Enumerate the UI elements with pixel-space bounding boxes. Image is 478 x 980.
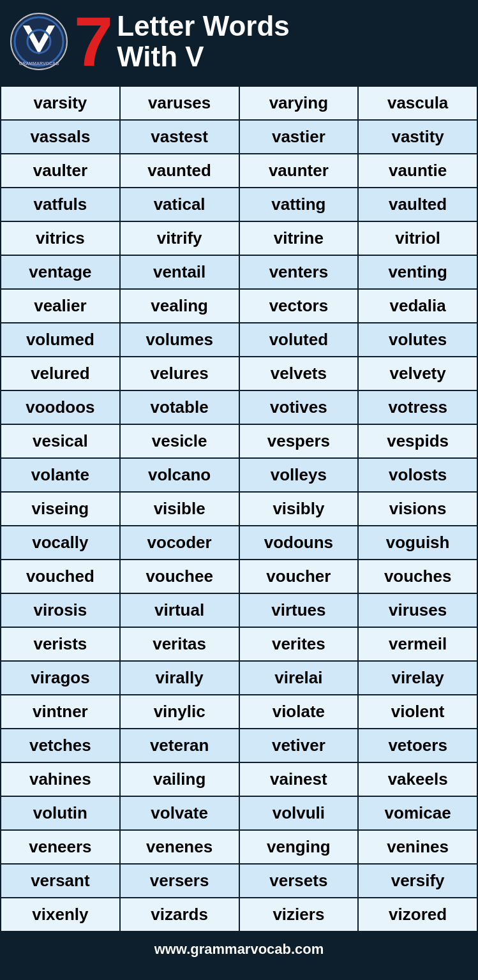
word-cell: viruses xyxy=(358,593,477,627)
word-cell: viziers xyxy=(239,898,359,932)
word-cell: versant xyxy=(1,864,120,898)
word-cell: vaunted xyxy=(120,154,239,188)
table-row: vitricsvitrifyvitrinevitriol xyxy=(1,221,477,255)
word-cell: volvate xyxy=(120,796,239,830)
word-cell: versify xyxy=(358,864,477,898)
word-cell: visibly xyxy=(239,492,359,526)
table-row: vatfulsvaticalvattingvaulted xyxy=(1,188,477,221)
table-row: volantevolcanovolleysvolosts xyxy=(1,458,477,492)
word-cell: violate xyxy=(239,695,359,729)
word-cell: volleys xyxy=(239,458,359,492)
word-cell: volutes xyxy=(358,323,477,357)
table-row: varsityvarusesvaryingvascula xyxy=(1,86,477,120)
table-row: veluredveluresvelvetsvelvety xyxy=(1,357,477,390)
word-cell: vectors xyxy=(239,289,359,323)
word-cell: vixenly xyxy=(1,898,120,932)
word-cell: vastier xyxy=(239,120,359,154)
word-cell: vesical xyxy=(1,424,120,458)
word-cell: vodouns xyxy=(239,526,359,560)
word-cell: vassals xyxy=(1,120,120,154)
table-row: voodoosvotablevotivesvotress xyxy=(1,390,477,424)
word-cell: verites xyxy=(239,627,359,661)
word-cell: vatfuls xyxy=(1,188,120,221)
word-cell: volosts xyxy=(358,458,477,492)
word-cell: vitrics xyxy=(1,221,120,255)
word-cell: virelay xyxy=(358,661,477,695)
word-cell: vetoers xyxy=(358,729,477,762)
word-cell: vastest xyxy=(120,120,239,154)
word-cell: velures xyxy=(120,357,239,390)
word-cell: vespids xyxy=(358,424,477,458)
footer: www.grammarvocab.com xyxy=(0,932,478,967)
grammarvocab-logo: GRAMMARVOCAB xyxy=(10,13,68,70)
word-cell: vedalia xyxy=(358,289,477,323)
title-line2: With V xyxy=(117,41,290,72)
table-row: vesicalvesiclevespersvespids xyxy=(1,424,477,458)
word-cell: vizards xyxy=(120,898,239,932)
word-cell: venting xyxy=(358,255,477,289)
table-row: vahinesvailingvainestvakeels xyxy=(1,762,477,796)
header: GRAMMARVOCAB 7 Letter Words With V xyxy=(0,0,478,85)
table-row: volutinvolvatevolvulivomicae xyxy=(1,796,477,830)
table-row: vouchedvoucheevouchervouches xyxy=(1,560,477,593)
word-cell: viragos xyxy=(1,661,120,695)
table-row: vassalsvastestvastiervastity xyxy=(1,120,477,154)
word-cell: ventage xyxy=(1,255,120,289)
word-cell: varying xyxy=(239,86,359,120)
word-cell: venenes xyxy=(120,830,239,864)
number-seven: 7 xyxy=(74,6,113,77)
title-line1: Letter Words xyxy=(117,11,290,41)
word-cell: votable xyxy=(120,390,239,424)
word-cell: velured xyxy=(1,357,120,390)
table-row: virosisvirtualvirtuesviruses xyxy=(1,593,477,627)
word-cell: velvety xyxy=(358,357,477,390)
word-cell: varsity xyxy=(1,86,120,120)
word-cell: volumed xyxy=(1,323,120,357)
word-cell: venters xyxy=(239,255,359,289)
word-cell: vouched xyxy=(1,560,120,593)
word-cell: violent xyxy=(358,695,477,729)
word-cell: voguish xyxy=(358,526,477,560)
word-cell: varuses xyxy=(120,86,239,120)
word-cell: vascula xyxy=(358,86,477,120)
word-cell: vinylic xyxy=(120,695,239,729)
word-cell: vizored xyxy=(358,898,477,932)
word-table: varsityvarusesvaryingvasculavassalsvaste… xyxy=(0,85,478,932)
table-row: vintnervinylicviolateviolent xyxy=(1,695,477,729)
word-cell: vitrine xyxy=(239,221,359,255)
word-cell: vespers xyxy=(239,424,359,458)
word-cell: vomicae xyxy=(358,796,477,830)
word-cell: vaulter xyxy=(1,154,120,188)
word-cell: visible xyxy=(120,492,239,526)
word-cell: velvets xyxy=(239,357,359,390)
word-cell: vocoder xyxy=(120,526,239,560)
table-row: volumedvolumesvolutedvolutes xyxy=(1,323,477,357)
table-row: vaultervauntedvauntervauntie xyxy=(1,154,477,188)
word-cell: virtual xyxy=(120,593,239,627)
word-cell: vermeil xyxy=(358,627,477,661)
table-row: ventageventailventersventing xyxy=(1,255,477,289)
word-cell: voluted xyxy=(239,323,359,357)
word-cell: veritas xyxy=(120,627,239,661)
word-cell: votives xyxy=(239,390,359,424)
word-cell: versets xyxy=(239,864,359,898)
word-cell: voodoos xyxy=(1,390,120,424)
word-cell: volutin xyxy=(1,796,120,830)
word-cell: veteran xyxy=(120,729,239,762)
word-cell: volcano xyxy=(120,458,239,492)
word-cell: versers xyxy=(120,864,239,898)
word-cell: vocally xyxy=(1,526,120,560)
word-cell: voucher xyxy=(239,560,359,593)
table-row: vocallyvocodervodounsvoguish xyxy=(1,526,477,560)
word-cell: veneers xyxy=(1,830,120,864)
table-row: veristsveritasveritesvermeil xyxy=(1,627,477,661)
word-cell: virally xyxy=(120,661,239,695)
word-cell: vatting xyxy=(239,188,359,221)
word-cell: virelai xyxy=(239,661,359,695)
word-cell: volvuli xyxy=(239,796,359,830)
word-cell: vatical xyxy=(120,188,239,221)
table-row: viragosvirallyvirelaivirelay xyxy=(1,661,477,695)
word-cell: votress xyxy=(358,390,477,424)
word-cell: venging xyxy=(239,830,359,864)
word-cell: vesicle xyxy=(120,424,239,458)
